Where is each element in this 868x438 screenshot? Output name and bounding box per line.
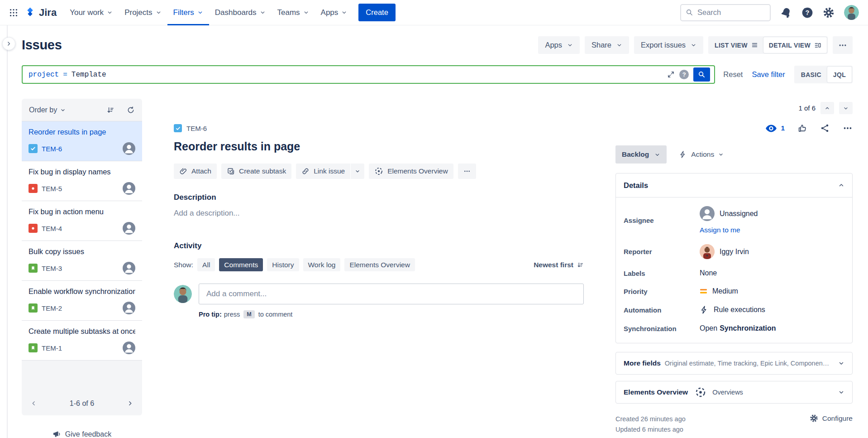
jql-operator-token: =: [63, 71, 67, 79]
nav-item-dashboards[interactable]: Dashboards: [209, 0, 272, 25]
dashed-circle-icon: [374, 167, 383, 176]
sort-direction-icon[interactable]: [106, 106, 114, 114]
elements-overview-button[interactable]: Elements Overview: [369, 164, 453, 179]
issue-list-item-tem-6[interactable]: Reorder results in page TEM-6: [22, 121, 142, 161]
filter-history[interactable]: History: [267, 258, 299, 271]
synchronization-value[interactable]: Open Synchronization: [700, 324, 844, 332]
story-type-icon: [29, 264, 38, 273]
order-by-dropdown[interactable]: Order by: [29, 106, 57, 114]
thumbs-up-icon[interactable]: [797, 123, 807, 133]
next-issue-button[interactable]: [839, 102, 853, 114]
view-toggle: LIST VIEW DETAIL VIEW: [708, 36, 828, 54]
lightning-bolt-icon: [700, 305, 709, 314]
issue-pager: 1 of 6: [615, 102, 853, 114]
jira-logo-icon: [24, 7, 36, 18]
issue-list-item-tem-5[interactable]: Fix bug in display names TEM-5: [22, 161, 142, 201]
basic-mode-button[interactable]: BASIC: [795, 67, 827, 82]
detail-view-icon: [814, 42, 821, 49]
automation-value[interactable]: Rule executions: [700, 305, 844, 314]
filter-elements-overview[interactable]: Elements Overview: [344, 258, 415, 271]
issue-list-item-tem-2[interactable]: Enable workflow synchronization TEM-2: [22, 281, 142, 321]
nav-item-projects[interactable]: Projects: [119, 0, 167, 25]
expand-editor-icon[interactable]: [667, 71, 675, 78]
watchers-button[interactable]: 1: [766, 124, 785, 132]
nav-item-filters[interactable]: Filters: [167, 0, 209, 25]
chevron-down-icon: [156, 10, 162, 15]
help-icon[interactable]: ?: [801, 7, 813, 19]
jira-logo[interactable]: Jira: [24, 7, 57, 19]
issue-list-item-tem-4[interactable]: Fix bug in action menu TEM-4: [22, 201, 142, 241]
search-input[interactable]: [697, 8, 756, 17]
assignee-field: Assignee Unassigned Assign to me: [616, 201, 852, 239]
link-issue-button[interactable]: Link issue: [296, 164, 350, 179]
chevron-down-icon: [260, 10, 266, 15]
refresh-icon[interactable]: [127, 106, 135, 114]
elements-overview-panel[interactable]: Elements Overview Overviews: [615, 381, 853, 404]
subtask-icon: [227, 167, 235, 175]
nav-item-apps[interactable]: Apps: [315, 0, 353, 25]
assignee-value[interactable]: Unassigned: [700, 206, 844, 221]
previous-issue-button[interactable]: [820, 102, 834, 114]
jql-search-button[interactable]: [693, 67, 710, 82]
details-panel-header[interactable]: Details: [616, 173, 852, 197]
issue-list-item-tem-3[interactable]: Bulk copy issues TEM-3: [22, 241, 142, 281]
description-label: Description: [174, 193, 584, 202]
bug-type-icon: [29, 184, 38, 193]
notifications-bell-icon[interactable]: [780, 7, 792, 19]
create-button[interactable]: Create: [358, 4, 396, 21]
nav-item-your-work[interactable]: Your work: [64, 0, 119, 25]
apps-dropdown-button[interactable]: Apps: [538, 36, 580, 54]
labels-value[interactable]: None: [700, 269, 844, 277]
reporter-value[interactable]: Iggy Irvin: [700, 244, 844, 259]
create-subtask-button[interactable]: Create subtask: [221, 164, 291, 179]
description-placeholder[interactable]: Add a description...: [174, 209, 584, 218]
activity-label: Activity: [174, 241, 584, 250]
configure-button[interactable]: Configure: [810, 414, 853, 423]
global-search[interactable]: [680, 4, 771, 21]
chevron-down-icon: [60, 107, 66, 113]
chevron-down-icon: [567, 42, 573, 48]
share-icon[interactable]: [820, 123, 830, 133]
export-issues-button[interactable]: Export issues: [634, 36, 703, 54]
next-page-icon[interactable]: [127, 400, 134, 407]
priority-medium-icon: [700, 288, 707, 294]
automation-actions-button[interactable]: Actions: [679, 150, 724, 159]
user-avatar[interactable]: [844, 5, 859, 20]
list-view-button[interactable]: LIST VIEW: [709, 37, 763, 53]
expand-sidebar-button[interactable]: [2, 37, 15, 50]
previous-page-icon[interactable]: [30, 400, 37, 407]
settings-gear-icon[interactable]: [823, 7, 835, 19]
priority-value[interactable]: Medium: [700, 287, 844, 295]
share-dropdown-button[interactable]: Share: [585, 36, 629, 54]
issue-title[interactable]: Reorder results in page: [174, 140, 584, 153]
eye-icon: [766, 125, 777, 132]
filter-all[interactable]: All: [197, 258, 215, 271]
nav-item-teams[interactable]: Teams: [272, 0, 315, 25]
app-switcher-icon[interactable]: [6, 5, 21, 20]
link-issue-dropdown-icon[interactable]: [351, 164, 364, 179]
filter-work-log[interactable]: Work log: [303, 258, 341, 271]
unassigned-avatar-icon: [700, 206, 715, 221]
comment-input[interactable]: [199, 284, 584, 304]
give-feedback-button[interactable]: Give feedback: [22, 430, 142, 438]
save-filter-button[interactable]: Save filter: [752, 70, 785, 79]
header-more-button[interactable]: [833, 36, 853, 54]
filter-comments[interactable]: Comments: [219, 258, 263, 271]
jql-value-token: Template: [72, 71, 106, 79]
attach-button[interactable]: Attach: [174, 164, 217, 179]
issue-list-item-tem-1[interactable]: Create multiple subtasks at once TEM-1: [22, 321, 142, 360]
jql-mode-button[interactable]: JQL: [827, 67, 852, 82]
more-fields-panel[interactable]: More fields Original estimate, Time trac…: [615, 352, 853, 375]
jql-editor[interactable]: project = Template ?: [22, 65, 715, 84]
issue-actions-more-button[interactable]: [458, 164, 476, 179]
more-actions-icon[interactable]: [843, 123, 853, 133]
created-timestamp: Created 26 minutes ago: [615, 414, 686, 424]
detail-view-button[interactable]: DETAIL VIEW: [763, 37, 827, 53]
issue-key-link[interactable]: TEM-6: [186, 125, 207, 132]
assign-to-me-link[interactable]: Assign to me: [700, 226, 844, 234]
reset-button[interactable]: Reset: [723, 70, 743, 79]
sort-order-button[interactable]: Newest first: [534, 261, 584, 269]
status-dropdown-button[interactable]: Backlog: [615, 145, 667, 164]
chevron-down-icon: [107, 10, 113, 15]
jql-help-icon[interactable]: ?: [679, 70, 689, 79]
